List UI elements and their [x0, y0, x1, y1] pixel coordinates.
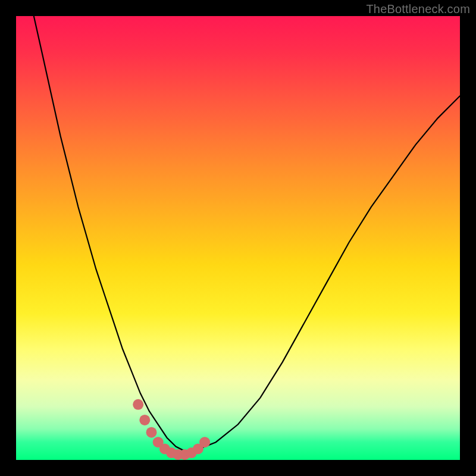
highlight-marker [146, 427, 157, 438]
curve-layer [16, 16, 460, 460]
chart-frame: TheBottleneck.com [0, 0, 476, 476]
bottleneck-curve [34, 16, 460, 451]
highlight-markers [133, 399, 210, 460]
highlight-marker [199, 437, 210, 447]
watermark-text: TheBottleneck.com [366, 2, 470, 16]
highlight-marker [133, 399, 143, 410]
plot-area [16, 16, 460, 460]
highlight-marker [139, 415, 150, 425]
